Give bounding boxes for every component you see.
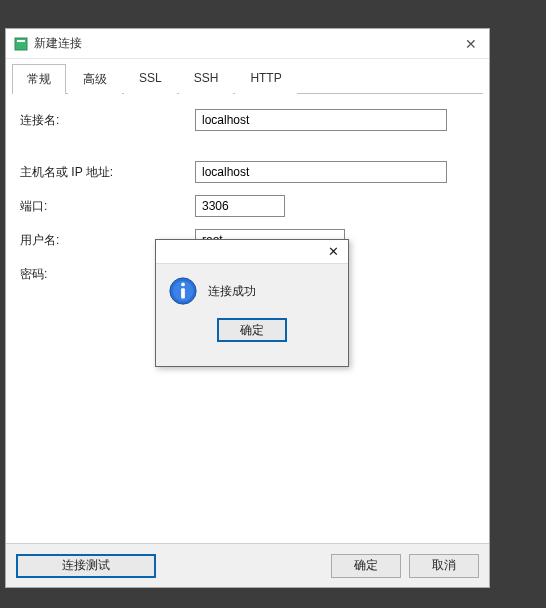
port-input[interactable] xyxy=(195,195,285,217)
tab-ssh[interactable]: SSH xyxy=(179,64,234,94)
svg-rect-5 xyxy=(181,288,185,298)
info-icon xyxy=(168,276,198,306)
cancel-button[interactable]: 取消 xyxy=(409,554,479,578)
svg-rect-1 xyxy=(17,40,25,42)
info-dialog: ✕ 连接成功 确定 xyxy=(155,239,349,367)
svg-point-4 xyxy=(181,283,185,287)
host-label: 主机名或 IP 地址: xyxy=(20,164,195,181)
bottom-bar: 连接测试 确定 取消 xyxy=(6,543,489,587)
tab-http[interactable]: HTTP xyxy=(235,64,296,94)
conn-name-input[interactable] xyxy=(195,109,447,131)
app-icon xyxy=(14,37,28,51)
dialog-body: 连接成功 xyxy=(156,264,348,312)
test-connection-button[interactable]: 连接测试 xyxy=(16,554,156,578)
conn-name-label: 连接名: xyxy=(20,112,195,129)
tab-bar: 常规 高级 SSL SSH HTTP xyxy=(6,59,489,93)
svg-rect-0 xyxy=(15,38,27,50)
port-label: 端口: xyxy=(20,198,195,215)
dialog-close-icon[interactable]: ✕ xyxy=(324,244,342,259)
dialog-footer: 确定 xyxy=(156,312,348,352)
host-input[interactable] xyxy=(195,161,447,183)
dialog-titlebar: ✕ xyxy=(156,240,348,264)
titlebar: 新建连接 ✕ xyxy=(6,29,489,59)
tab-advanced[interactable]: 高级 xyxy=(68,64,122,94)
tab-general[interactable]: 常规 xyxy=(12,64,66,94)
dialog-ok-button[interactable]: 确定 xyxy=(217,318,287,342)
ok-button[interactable]: 确定 xyxy=(331,554,401,578)
tab-ssl[interactable]: SSL xyxy=(124,64,177,94)
close-icon[interactable]: ✕ xyxy=(461,36,481,52)
window-title: 新建连接 xyxy=(34,35,461,52)
dialog-message: 连接成功 xyxy=(208,283,256,300)
